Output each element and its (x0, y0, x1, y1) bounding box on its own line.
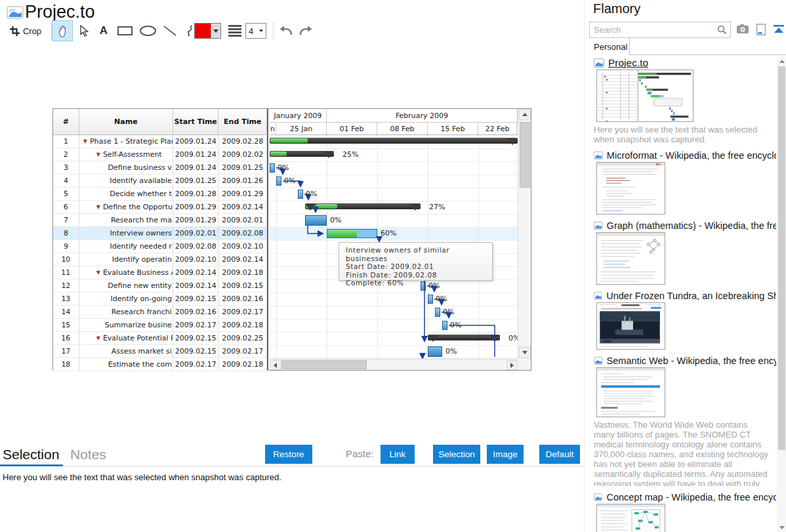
pan-tool-button[interactable] (52, 21, 72, 41)
table-row[interactable]: 12Define new entity2009.02.142009.02.15 (53, 279, 267, 293)
tab-personal[interactable]: Personal (589, 38, 630, 55)
rectangle-tool-button[interactable] (114, 21, 135, 41)
table-row[interactable]: 17Assess market si2009.02.152009.02.17 (53, 345, 267, 358)
scroll-up-button[interactable] (519, 109, 531, 120)
table-row[interactable]: 5Decide whether t2009.01.282009.01.29 (53, 188, 267, 201)
gantt-chart: January 2009February 2009 n25 Jan01 Feb0… (270, 109, 518, 370)
table-row[interactable]: 11▼Evaluate Business Ap2009.02.142009.02… (53, 266, 267, 279)
snapshot-title[interactable]: Projec.to (608, 57, 648, 69)
dock-panel-icon[interactable] (773, 24, 785, 34)
sidebar-scroll-thumb[interactable] (778, 66, 785, 450)
arrow-right-icon (510, 363, 514, 368)
snapshot-thumbnail[interactable] (596, 232, 665, 285)
page-snapshot-icon[interactable] (756, 24, 766, 36)
table-row[interactable]: 3Define business v2009.01.242009.01.25 (53, 161, 267, 174)
gantt-summary-bar[interactable] (305, 203, 421, 209)
tab-selection[interactable]: Selection (3, 447, 59, 462)
snapshot-thumbnail[interactable] (596, 162, 665, 215)
task-start-date: 2009.02.15 (173, 345, 219, 358)
table-row[interactable]: 9Identify needed r2009.02.082009.02.10 (53, 240, 267, 253)
snapshot-thumbnail[interactable] (596, 367, 665, 417)
snapshot-title[interactable]: Microformat - Wikipedia, the free encycl… (607, 150, 776, 161)
scroll-left-button[interactable] (270, 360, 281, 370)
redo-button[interactable] (297, 21, 315, 41)
list-item[interactable]: Under Frozen Tundra, an Icebreaking Ship… (594, 291, 776, 350)
table-row[interactable]: 7Research the ma2009.01.292009.02.01 (53, 214, 267, 227)
snapshot-description: Vastness: The World Wide Web contains ma… (594, 420, 770, 486)
snapshot-title[interactable]: Semantic Web - Wikipedia, the free encyc… (607, 356, 776, 366)
hscroll-thumb[interactable] (281, 360, 367, 369)
table-row[interactable]: 2▼Self-Assessment2009.01.242009.02.02 (53, 148, 267, 161)
gantt-task-bar[interactable] (298, 190, 303, 199)
snapshot-thumbnail[interactable] (596, 302, 665, 350)
search-input[interactable] (590, 25, 717, 35)
table-row[interactable]: 1▼Phase 1 - Strategic Plan2009.01.242009… (53, 135, 267, 148)
color-dropdown[interactable] (211, 24, 220, 38)
undo-button[interactable] (277, 21, 295, 41)
table-row[interactable]: 6▼Define the Opportuni2009.01.292009.02.… (53, 201, 267, 214)
collapse-icon[interactable]: ▼ (96, 204, 100, 210)
scroll-down-button[interactable] (777, 523, 786, 532)
snapshot-title[interactable]: Concept map - Wikipedia, the free encycl… (606, 492, 776, 502)
list-item[interactable]: Microformat - Wikipedia, the free encycl… (594, 150, 776, 215)
color-picker[interactable] (194, 23, 221, 39)
table-row[interactable]: 4Identify available2009.01.252009.01.26 (53, 174, 267, 188)
table-row[interactable]: 16▼Evaluate Potential Ris2009.02.152009.… (53, 332, 267, 345)
table-row[interactable]: 15Summarize busine2009.02.172009.02.18 (53, 319, 267, 332)
select-tool-button[interactable] (75, 21, 93, 41)
text-tool-button[interactable]: A (94, 21, 113, 41)
crop-button[interactable]: Crop (5, 21, 46, 41)
snapshot-title[interactable]: Graph (mathematics) - Wikipedia, the fre… (607, 220, 776, 231)
gantt-task-bar[interactable] (276, 176, 281, 186)
vscroll-thumb[interactable] (520, 122, 530, 188)
snapshot-thumbnail[interactable] (596, 70, 693, 122)
gantt-task-bar[interactable] (442, 321, 447, 330)
collapse-icon[interactable]: ▼ (83, 138, 87, 144)
gantt-week-label: 25 Jan (276, 123, 327, 134)
paste-link-button[interactable]: Link (381, 445, 415, 464)
camera-icon[interactable] (736, 24, 749, 34)
snapshot-title[interactable]: Under Frozen Tundra, an Icebreaking Ship… (606, 291, 776, 301)
scroll-up-button[interactable] (777, 56, 786, 66)
table-row[interactable]: 10Identify operatin2009.02.102009.02.14 (53, 253, 267, 266)
paste-default-button[interactable]: Default (539, 445, 580, 464)
snapshot-viewer[interactable]: # Name Start Time End Time 1▼Phase 1 - S… (52, 108, 531, 371)
size-dropdown[interactable]: 4 (245, 23, 266, 39)
sidebar-scrollbar[interactable] (777, 56, 786, 532)
scroll-down-button[interactable] (519, 347, 531, 358)
gantt-task-bar[interactable] (270, 163, 275, 173)
gantt-task-bar[interactable] (435, 308, 440, 317)
table-row[interactable]: 8Interview owners2009.02.012009.02.08 (53, 227, 267, 240)
gantt-horizontal-scrollbar[interactable] (270, 359, 518, 370)
thickness-button[interactable] (226, 21, 244, 41)
gantt-summary-bar[interactable] (270, 138, 518, 144)
redo-icon (299, 25, 313, 37)
gantt-task-bar[interactable] (327, 229, 377, 238)
line-icon (163, 25, 177, 37)
list-item[interactable]: Semantic Web - Wikipedia, the free encyc… (594, 356, 776, 486)
table-row[interactable]: 18Estimate the com2009.02.172009.02.18 (53, 358, 267, 371)
gantt-task-bar[interactable] (428, 346, 442, 357)
list-item[interactable]: Concept map - Wikipedia, the free encycl… (594, 492, 776, 532)
gantt-task-bar[interactable] (428, 295, 433, 304)
gantt-task-bar[interactable] (305, 215, 327, 226)
snapshot-thumbnail[interactable] (596, 504, 665, 532)
search-box[interactable] (589, 22, 731, 38)
collapse-icon[interactable]: ▼ (96, 335, 100, 341)
scroll-right-button[interactable] (507, 360, 518, 370)
restore-button[interactable]: Restore (265, 445, 312, 464)
arrow-left-icon (274, 363, 277, 368)
paste-image-button[interactable]: Image (487, 445, 524, 464)
gantt-vertical-scrollbar[interactable] (518, 109, 531, 359)
table-row[interactable]: 13Identify on-going2009.02.152009.02.16 (53, 293, 267, 306)
paste-selection-button[interactable]: Selection (433, 445, 480, 464)
list-item[interactable]: Projec.to (594, 58, 776, 144)
line-tool-button[interactable] (160, 21, 180, 41)
list-item[interactable]: Graph (mathematics) - Wikipedia, the fre… (594, 220, 776, 285)
ellipse-tool-button[interactable] (136, 21, 159, 41)
tab-notes[interactable]: Notes (70, 447, 106, 462)
collapse-icon[interactable]: ▼ (96, 270, 100, 276)
task-table-header: # Name Start Time End Time (53, 109, 267, 135)
collapse-icon[interactable]: ▼ (96, 152, 100, 157)
table-row[interactable]: 14Research franchi2009.02.162009.02.17 (53, 306, 267, 319)
